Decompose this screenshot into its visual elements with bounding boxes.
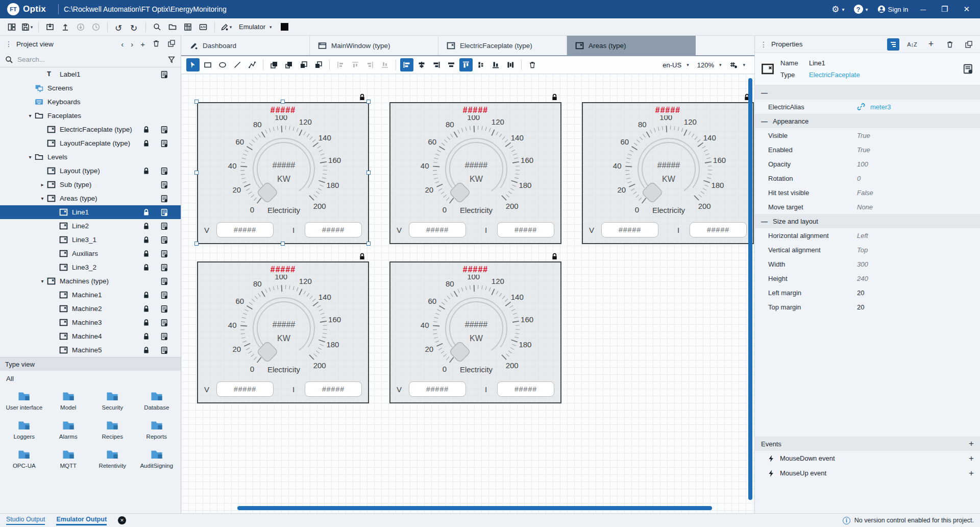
- grid-settings-menu[interactable]: ▾: [729, 61, 745, 69]
- property-value[interactable]: 20: [857, 303, 864, 311]
- property-value[interactable]: True: [857, 146, 870, 154]
- tree-item-machine2[interactable]: Machine2: [0, 302, 181, 316]
- folder-button[interactable]: [166, 20, 179, 34]
- select-tool-button[interactable]: [186, 58, 200, 71]
- align-bottom-button[interactable]: [489, 58, 502, 71]
- settings-menu[interactable]: ⚙ ▾: [831, 4, 844, 15]
- add-property-button[interactable]: +: [925, 38, 937, 51]
- type-view-item-reports[interactable]: Reports: [135, 418, 179, 440]
- voltage-input[interactable]: #####: [409, 222, 466, 237]
- distribute-v-button[interactable]: [504, 58, 517, 71]
- script-icon[interactable]: [160, 126, 168, 134]
- type-view-item-retentivity[interactable]: Retentivity: [90, 447, 135, 469]
- send-backward-button[interactable]: [297, 58, 310, 71]
- script-icon[interactable]: [160, 70, 168, 79]
- current-input[interactable]: #####: [690, 222, 747, 237]
- script-icon[interactable]: [160, 222, 168, 230]
- tree-item-line3-1[interactable]: Line3_1: [0, 233, 181, 247]
- panel-layout-button[interactable]: [5, 20, 18, 34]
- property-value[interactable]: 20: [857, 289, 864, 297]
- script-icon[interactable]: [160, 305, 168, 313]
- type-view-item-database[interactable]: Database: [135, 389, 179, 411]
- tree-item-sub-type-[interactable]: ▸Sub (type): [0, 178, 181, 191]
- event-row-mouseup-event[interactable]: MouseUp event+: [755, 466, 980, 481]
- page-settings-icon[interactable]: [963, 63, 974, 75]
- faceplate-instance[interactable]: #####020406080100120140160180200#####KWE…: [582, 102, 754, 244]
- table-button[interactable]: [181, 20, 194, 34]
- selection-handle[interactable]: [366, 100, 371, 104]
- faceplate-instance[interactable]: #####020406080100120140160180200#####KWE…: [197, 261, 369, 403]
- property-value[interactable]: False: [857, 189, 873, 197]
- tree-item-auxiliars[interactable]: Auxiliars: [0, 247, 181, 260]
- code-button[interactable]: [197, 20, 210, 34]
- undo-button[interactable]: ↺: [112, 20, 126, 34]
- nav-back-button[interactable]: ‹: [121, 40, 124, 49]
- property-value[interactable]: 0: [857, 175, 861, 182]
- object-type-link[interactable]: ElectricFaceplate: [809, 71, 957, 79]
- selection-handle[interactable]: [281, 100, 285, 104]
- popout-properties-button[interactable]: [963, 38, 975, 51]
- tab-electricfaceplate-type-[interactable]: ElectricFaceplate (type): [438, 36, 567, 55]
- project-search[interactable]: Search...: [0, 52, 181, 67]
- tree-item-line2[interactable]: Line2: [0, 219, 181, 233]
- upload-button[interactable]: [59, 20, 72, 34]
- type-view-item-recipes[interactable]: Recipes: [90, 418, 135, 440]
- polyline-tool-button[interactable]: [246, 58, 259, 71]
- tree-item-electricfaceplate-type-[interactable]: ElectricFaceplate (type): [0, 123, 181, 136]
- nav-forward-button[interactable]: ›: [131, 40, 133, 49]
- property-value[interactable]: Top: [857, 246, 868, 254]
- align-center-button[interactable]: [415, 58, 428, 71]
- faceplate-instance[interactable]: #####020406080100120140160180200#####KWE…: [389, 102, 561, 244]
- group-properties-button[interactable]: [887, 38, 899, 51]
- add-event-button[interactable]: +: [969, 439, 974, 449]
- align-left-button[interactable]: [400, 58, 413, 71]
- tree-item-levels[interactable]: ▾Levels: [0, 150, 181, 164]
- add-item-button[interactable]: +: [140, 40, 145, 49]
- align-middle-button[interactable]: [474, 58, 487, 71]
- tree-item-machine5[interactable]: Machine5: [0, 343, 181, 357]
- locale-select[interactable]: en-US▾: [663, 61, 689, 69]
- tree-item-layout-type-[interactable]: Layout (type): [0, 164, 181, 178]
- script-icon[interactable]: [160, 250, 168, 258]
- voltage-input[interactable]: #####: [601, 222, 658, 237]
- align-right-button[interactable]: [430, 58, 443, 71]
- kebab-menu-icon[interactable]: ⋮: [760, 40, 767, 49]
- trash-button[interactable]: [526, 58, 539, 71]
- type-view-item-mqtt[interactable]: MQTT: [46, 447, 91, 469]
- zoom-select[interactable]: 120%▾: [697, 61, 722, 69]
- distribute-h-button[interactable]: [445, 58, 458, 71]
- tree-item-layoutfaceplate-type-[interactable]: LayoutFaceplate (type): [0, 136, 181, 150]
- expand-arrow-icon[interactable]: ▸: [38, 182, 47, 187]
- collapse-arrow-icon[interactable]: ▾: [38, 196, 47, 201]
- tab-areas-type-[interactable]: Areas (type): [567, 36, 696, 55]
- horizontal-scrollbar[interactable]: [237, 506, 712, 510]
- rectangle-tool-button[interactable]: [201, 58, 214, 71]
- current-input[interactable]: #####: [305, 381, 362, 397]
- object-name[interactable]: Line1: [809, 59, 957, 67]
- script-icon[interactable]: [160, 139, 168, 148]
- script-icon[interactable]: [160, 291, 168, 299]
- stop-button[interactable]: [278, 20, 291, 34]
- emulator-select[interactable]: Emulator▾: [235, 21, 276, 32]
- selection-handle[interactable]: [281, 242, 285, 246]
- add-event-handler-button[interactable]: +: [969, 468, 974, 478]
- selection-handle[interactable]: [366, 242, 371, 246]
- property-value[interactable]: True: [857, 132, 870, 139]
- tree-item-faceplates[interactable]: ▾Faceplates: [0, 109, 181, 123]
- save-button[interactable]: ▾: [20, 20, 34, 34]
- bring-forward-button[interactable]: [282, 58, 296, 71]
- property-value[interactable]: 240: [857, 275, 868, 282]
- section-header-size-and-layout[interactable]: —Size and layout: [755, 214, 980, 228]
- tree-item-line1[interactable]: Line1: [0, 205, 181, 219]
- property-value[interactable]: 300: [857, 260, 868, 268]
- type-view-item-loggers[interactable]: Loggers: [2, 418, 46, 440]
- tree-item-keyboards[interactable]: Keyboards: [0, 95, 181, 109]
- property-value[interactable]: 100: [857, 160, 868, 168]
- delete-item-button[interactable]: [152, 39, 160, 49]
- close-button[interactable]: ✕: [960, 5, 973, 14]
- type-view-item-opc-ua[interactable]: OPC-UA: [2, 447, 46, 469]
- script-icon[interactable]: [160, 181, 168, 189]
- script-icon[interactable]: [160, 195, 168, 203]
- vertical-scrollbar[interactable]: [748, 78, 752, 500]
- popout-panel-button[interactable]: [167, 39, 176, 49]
